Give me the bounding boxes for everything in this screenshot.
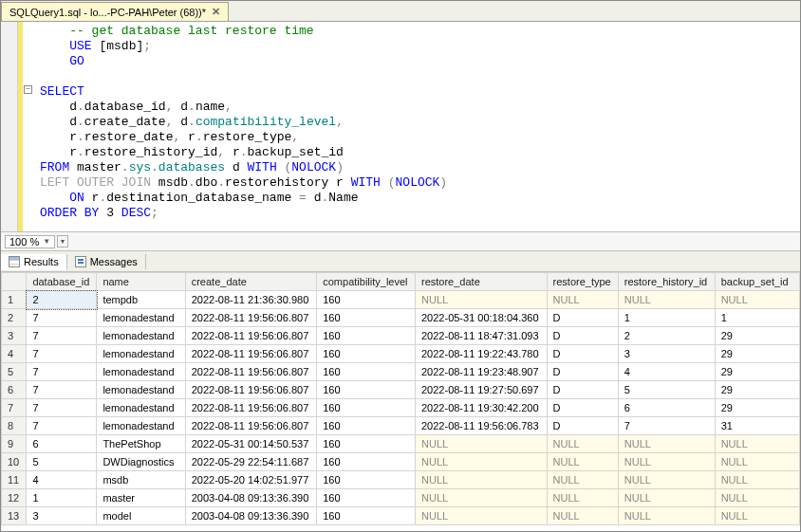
col-database-id[interactable]: database_id xyxy=(27,273,97,291)
cell-restore_history_id[interactable]: NULL xyxy=(618,471,715,489)
cell-backup_set_id[interactable]: 29 xyxy=(715,345,799,363)
cell-name[interactable]: msdb xyxy=(97,471,185,489)
cell-backup_set_id[interactable]: 29 xyxy=(715,381,799,399)
cell-create_date[interactable]: 2022-08-11 19:56:06.807 xyxy=(185,345,317,363)
cell-name[interactable]: lemonadestand xyxy=(97,345,185,363)
row-number[interactable]: 10 xyxy=(2,453,27,471)
table-row[interactable]: 47lemonadestand2022-08-11 19:56:06.80716… xyxy=(2,345,800,363)
sql-editor[interactable]: − -- get database last restore time USE … xyxy=(1,22,800,232)
cell-restore_history_id[interactable]: NULL xyxy=(618,507,715,525)
cell-create_date[interactable]: 2022-05-29 22:54:11.687 xyxy=(185,453,317,471)
cell-create_date[interactable]: 2022-05-31 00:14:50.537 xyxy=(185,435,317,453)
cell-backup_set_id[interactable]: NULL xyxy=(715,489,799,507)
cell-database_id[interactable]: 7 xyxy=(27,363,97,381)
cell-create_date[interactable]: 2022-08-11 19:56:06.807 xyxy=(185,399,317,417)
table-row[interactable]: 12tempdb2022-08-11 21:36:30.980160NULLNU… xyxy=(2,291,800,309)
cell-compatibility_level[interactable]: 160 xyxy=(317,381,416,399)
cell-backup_set_id[interactable]: 1 xyxy=(715,309,799,327)
cell-name[interactable]: lemonadestand xyxy=(97,399,185,417)
cell-database_id[interactable]: 7 xyxy=(27,309,97,327)
cell-restore_date[interactable]: NULL xyxy=(416,489,548,507)
cell-create_date[interactable]: 2003-04-08 09:13:36.390 xyxy=(185,507,317,525)
row-number[interactable]: 8 xyxy=(2,417,27,435)
cell-restore_history_id[interactable]: NULL xyxy=(618,291,715,309)
cell-database_id[interactable]: 7 xyxy=(27,417,97,435)
cell-name[interactable]: tempdb xyxy=(97,291,185,309)
cell-restore_history_id[interactable]: 6 xyxy=(618,399,715,417)
cell-restore_history_id[interactable]: 3 xyxy=(618,345,715,363)
cell-database_id[interactable]: 1 xyxy=(27,489,97,507)
row-number[interactable]: 2 xyxy=(2,309,27,327)
cell-restore_type[interactable]: D xyxy=(547,309,618,327)
cell-compatibility_level[interactable]: 160 xyxy=(317,399,416,417)
zoom-dropdown[interactable]: 100 % ▼ xyxy=(5,235,55,248)
table-row[interactable]: 121master2003-04-08 09:13:36.390160NULLN… xyxy=(2,489,800,507)
cell-restore_date[interactable]: 2022-08-11 19:22:43.780 xyxy=(416,345,548,363)
cell-compatibility_level[interactable]: 160 xyxy=(317,471,416,489)
cell-backup_set_id[interactable]: 29 xyxy=(715,363,799,381)
row-number[interactable]: 7 xyxy=(2,399,27,417)
cell-restore_date[interactable]: NULL xyxy=(416,471,548,489)
cell-restore_type[interactable]: NULL xyxy=(547,435,618,453)
cell-restore_date[interactable]: 2022-08-11 19:30:42.200 xyxy=(416,399,548,417)
row-number[interactable]: 12 xyxy=(2,489,27,507)
cell-restore_type[interactable]: NULL xyxy=(547,471,618,489)
col-restore-type[interactable]: restore_type xyxy=(547,273,618,291)
tab-messages[interactable]: Messages xyxy=(67,254,146,269)
table-row[interactable]: 37lemonadestand2022-08-11 19:56:06.80716… xyxy=(2,327,800,345)
col-compatibility[interactable]: compatibility_level xyxy=(317,273,416,291)
rownum-header[interactable] xyxy=(2,273,27,291)
cell-name[interactable]: model xyxy=(97,507,185,525)
table-row[interactable]: 114msdb2022-05-20 14:02:51.977160NULLNUL… xyxy=(2,471,800,489)
cell-name[interactable]: ThePetShop xyxy=(97,435,185,453)
cell-database_id[interactable]: 7 xyxy=(27,327,97,345)
cell-restore_date[interactable]: NULL xyxy=(416,291,548,309)
cell-restore_history_id[interactable]: 4 xyxy=(618,363,715,381)
table-row[interactable]: 77lemonadestand2022-08-11 19:56:06.80716… xyxy=(2,399,800,417)
cell-restore_type[interactable]: D xyxy=(547,381,618,399)
cell-create_date[interactable]: 2022-08-11 19:56:06.807 xyxy=(185,309,317,327)
cell-backup_set_id[interactable]: NULL xyxy=(715,453,799,471)
cell-restore_type[interactable]: NULL xyxy=(547,291,618,309)
cell-create_date[interactable]: 2003-04-08 09:13:36.390 xyxy=(185,489,317,507)
cell-backup_set_id[interactable]: NULL xyxy=(715,471,799,489)
cell-restore_type[interactable]: NULL xyxy=(547,453,618,471)
cell-create_date[interactable]: 2022-08-11 19:56:06.807 xyxy=(185,381,317,399)
col-restore-history-id[interactable]: restore_history_id xyxy=(618,273,715,291)
cell-name[interactable]: lemonadestand xyxy=(97,381,185,399)
cell-restore_type[interactable]: D xyxy=(547,417,618,435)
cell-compatibility_level[interactable]: 160 xyxy=(317,435,416,453)
cell-backup_set_id[interactable]: NULL xyxy=(715,507,799,525)
zoom-expand-icon[interactable]: ▾ xyxy=(57,235,68,248)
cell-restore_history_id[interactable]: NULL xyxy=(618,435,715,453)
cell-create_date[interactable]: 2022-08-11 19:56:06.807 xyxy=(185,363,317,381)
cell-compatibility_level[interactable]: 160 xyxy=(317,363,416,381)
cell-name[interactable]: DWDiagnostics xyxy=(97,453,185,471)
col-restore-date[interactable]: restore_date xyxy=(416,273,548,291)
cell-compatibility_level[interactable]: 160 xyxy=(317,453,416,471)
cell-backup_set_id[interactable]: 29 xyxy=(715,399,799,417)
cell-backup_set_id[interactable]: NULL xyxy=(715,435,799,453)
cell-name[interactable]: master xyxy=(97,489,185,507)
cell-restore_type[interactable]: NULL xyxy=(547,489,618,507)
cell-backup_set_id[interactable]: 29 xyxy=(715,327,799,345)
cell-compatibility_level[interactable]: 160 xyxy=(317,489,416,507)
row-number[interactable]: 5 xyxy=(2,363,27,381)
close-icon[interactable]: ✕ xyxy=(212,6,220,18)
cell-restore_date[interactable]: 2022-08-11 18:47:31.093 xyxy=(416,327,548,345)
table-row[interactable]: 96ThePetShop2022-05-31 00:14:50.537160NU… xyxy=(2,435,800,453)
cell-restore_date[interactable]: 2022-08-11 19:56:06.783 xyxy=(416,417,548,435)
cell-restore_history_id[interactable]: NULL xyxy=(618,489,715,507)
cell-backup_set_id[interactable]: NULL xyxy=(715,291,799,309)
cell-database_id[interactable]: 5 xyxy=(27,453,97,471)
code-area[interactable]: -- get database last restore time USE [m… xyxy=(36,22,451,231)
cell-compatibility_level[interactable]: 160 xyxy=(317,417,416,435)
cell-restore_date[interactable]: NULL xyxy=(416,453,548,471)
cell-create_date[interactable]: 2022-08-11 19:56:06.807 xyxy=(185,417,317,435)
cell-compatibility_level[interactable]: 160 xyxy=(317,291,416,309)
cell-restore_type[interactable]: NULL xyxy=(547,507,618,525)
results-grid-wrap[interactable]: database_id name create_date compatibili… xyxy=(1,272,800,531)
row-number[interactable]: 1 xyxy=(2,291,27,309)
cell-database_id[interactable]: 6 xyxy=(27,435,97,453)
cell-backup_set_id[interactable]: 31 xyxy=(715,417,799,435)
